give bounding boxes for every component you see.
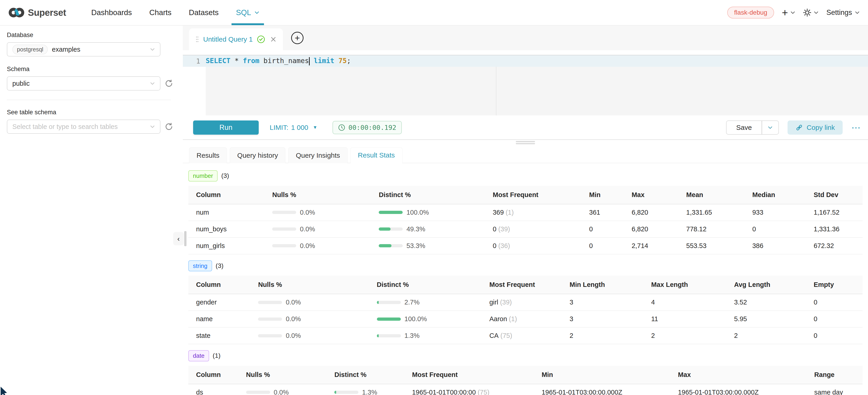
- settings-menu[interactable]: Settings: [827, 8, 860, 17]
- stat-cell: 0: [581, 238, 624, 254]
- settings-label: Settings: [827, 8, 852, 17]
- table-row: gender0.0%2.7%girl(39)343.520: [188, 294, 863, 311]
- tab-close-icon[interactable]: [270, 36, 277, 42]
- nulls-bar: 0.0%: [272, 242, 371, 250]
- new-item-button[interactable]: +: [782, 7, 795, 18]
- column-name-cell: gender: [188, 294, 250, 311]
- distinct-percent: 100.0%: [405, 315, 427, 323]
- stat-cell: 0: [806, 294, 863, 311]
- distinct-bar: 53.3%: [379, 242, 485, 250]
- superset-logo[interactable]: Superset: [8, 7, 66, 18]
- nulls-percent: 0.0%: [300, 209, 315, 216]
- refresh-icon: [164, 79, 173, 88]
- column-header: Min: [534, 366, 670, 384]
- nav-item-datasets[interactable]: Datasets: [180, 0, 227, 25]
- save-options-button[interactable]: [762, 120, 779, 134]
- panel-splitter[interactable]: [183, 140, 868, 145]
- table-schema-label: See table schema: [7, 109, 183, 116]
- progress-fill: [334, 391, 336, 394]
- save-button[interactable]: Save: [726, 120, 762, 134]
- stat-cell: 778.12: [679, 221, 745, 238]
- stat-cell: 3: [562, 294, 643, 311]
- query-tab-bar: Untitled Query 1 +: [183, 26, 868, 50]
- progress-fill: [379, 227, 391, 231]
- column-header: Max: [624, 186, 679, 204]
- nulls-percent: 0.0%: [274, 389, 289, 395]
- database-select[interactable]: postgresql examples: [7, 42, 160, 57]
- stat-cell: 2: [643, 327, 726, 344]
- column-header: Avg Length: [726, 276, 806, 294]
- nulls-cell: 0.0%: [265, 238, 371, 254]
- section-header: date(1): [188, 350, 863, 361]
- more-options-button[interactable]: ⋯: [851, 123, 861, 132]
- progress-track: [272, 227, 296, 231]
- table-select-placeholder: Select table or type to search tables: [12, 123, 118, 130]
- editor-toolbar: Run LIMIT: 1 000 ▼ 00:00:00.192 Save: [183, 116, 868, 140]
- tab-results[interactable]: Results: [189, 147, 227, 163]
- query-tab-title: Untitled Query 1: [203, 35, 253, 43]
- mouse-cursor: [0, 386, 9, 395]
- run-button[interactable]: Run: [193, 120, 259, 134]
- add-tab-button[interactable]: +: [291, 32, 304, 44]
- editor-active-line: 1 SELECT * from birth_names limit 75;: [183, 55, 868, 67]
- nulls-percent: 0.0%: [300, 242, 315, 250]
- sql-token: *: [230, 57, 243, 65]
- stat-cell: 1,331.36: [806, 221, 863, 238]
- distinct-percent: 53.3%: [406, 242, 425, 250]
- sql-token: birth_names: [259, 57, 309, 65]
- query-tab[interactable]: Untitled Query 1: [189, 28, 283, 50]
- table-select[interactable]: Select table or type to search tables: [7, 120, 160, 134]
- schema-value: public: [12, 80, 30, 87]
- collapse-panel-button[interactable]: ‹: [173, 232, 184, 245]
- tab-result-stats[interactable]: Result Stats: [350, 147, 402, 163]
- table-refresh-button[interactable]: [164, 122, 173, 131]
- column-name-cell: name: [188, 311, 250, 327]
- distinct-cell: 1.3%: [369, 327, 482, 344]
- tab-query-insights[interactable]: Query Insights: [288, 147, 347, 163]
- distinct-percent: 2.7%: [405, 299, 420, 306]
- sql-token: ;: [347, 57, 351, 65]
- nulls-bar: 0.0%: [272, 225, 371, 233]
- progress-track: [272, 211, 296, 214]
- nulls-percent: 0.0%: [286, 299, 301, 306]
- most-frequent-cell: 1965-01-01T00:00:00(75): [404, 384, 534, 395]
- panel-resize-handle[interactable]: [184, 231, 186, 246]
- column-name-cell: num: [188, 204, 265, 221]
- stat-cell: 0: [745, 221, 806, 238]
- sql-editor[interactable]: 1 SELECT * from birth_names limit 75;: [183, 55, 868, 116]
- stat-cell: 3.52: [726, 294, 806, 311]
- distinct-cell: 53.3%: [371, 238, 485, 254]
- copy-link-button[interactable]: Copy link: [787, 120, 843, 134]
- theme-toggle-button[interactable]: [803, 8, 818, 17]
- tab-query-history[interactable]: Query history: [230, 147, 285, 163]
- most-frequent-cell: 0(36): [485, 238, 581, 254]
- nulls-bar: 0.0%: [246, 389, 327, 395]
- sql-token: [310, 57, 314, 65]
- column-header: Nulls %: [238, 366, 327, 384]
- most-frequent-value: CA: [489, 332, 498, 339]
- stat-cell: 1,331.65: [679, 204, 745, 221]
- schema-refresh-button[interactable]: [164, 79, 173, 88]
- progress-track: [377, 334, 401, 337]
- stats-table: ColumnNulls %Distinct %Most FrequentMinM…: [188, 186, 863, 254]
- header-row: ColumnNulls %Distinct %Most FrequentMinM…: [188, 366, 863, 384]
- nav-item-charts[interactable]: Charts: [141, 0, 180, 25]
- stat-cell: 553.53: [679, 238, 745, 254]
- nav-item-sql[interactable]: SQL: [227, 0, 268, 25]
- stat-cell: 11: [643, 311, 726, 327]
- column-header: Most Frequent: [485, 186, 581, 204]
- distinct-cell: 100.0%: [369, 311, 482, 327]
- nav-item-dashboards[interactable]: Dashboards: [83, 0, 141, 25]
- limit-dropdown[interactable]: LIMIT: 1 000 ▼: [270, 124, 317, 131]
- distinct-percent: 1.3%: [362, 389, 377, 395]
- stat-cell: 386: [745, 238, 806, 254]
- schema-select[interactable]: public: [7, 77, 160, 91]
- table-row: num_girls0.0%53.3%0(36)02,714553.5338667…: [188, 238, 863, 254]
- chevron-down-icon: [855, 11, 860, 14]
- nulls-bar: 0.0%: [258, 299, 369, 306]
- superset-infinity-icon: [8, 7, 25, 18]
- nulls-percent: 0.0%: [286, 332, 301, 339]
- database-label: Database: [7, 32, 183, 39]
- link-icon: [795, 124, 803, 131]
- column-header: Max: [670, 366, 806, 384]
